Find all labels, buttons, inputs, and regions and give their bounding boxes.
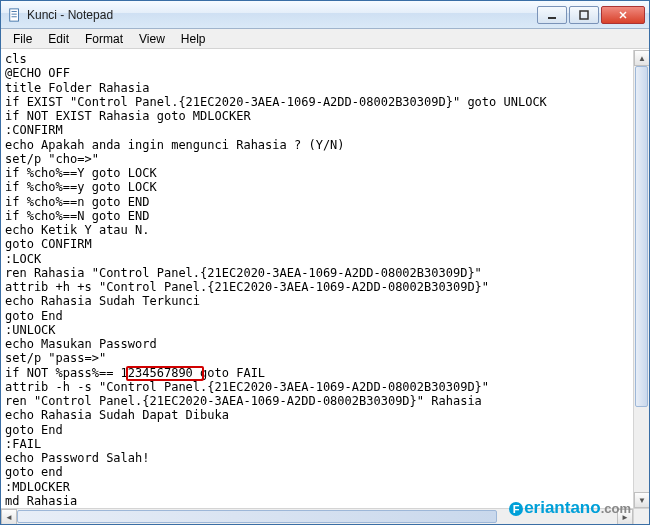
code-line: if NOT %pass%== 1234567890 goto FAIL (5, 366, 633, 380)
code-line: :LOCK (5, 252, 633, 266)
notepad-window: Kunci - Notepad File Edit Format View He… (0, 0, 650, 525)
window-title: Kunci - Notepad (27, 8, 535, 22)
minimize-button[interactable] (537, 6, 567, 24)
code-line: :FAIL (5, 437, 633, 451)
scroll-right-icon[interactable]: ► (617, 509, 633, 524)
menu-view[interactable]: View (131, 30, 173, 48)
scroll-track-v[interactable] (634, 66, 649, 492)
code-line: @ECHO OFF (5, 66, 633, 80)
code-line: echo Password Salah! (5, 451, 633, 465)
horizontal-scrollbar[interactable]: ◄ ► (1, 508, 633, 524)
titlebar[interactable]: Kunci - Notepad (1, 1, 649, 29)
scroll-thumb-h[interactable] (17, 510, 497, 523)
code-line: attrib +h +s "Control Panel.{21EC2020-3A… (5, 280, 633, 294)
code-line: ren "Control Panel.{21EC2020-3AEA-1069-A… (5, 394, 633, 408)
editor-area: cls@ECHO OFFtitle Folder Rahasiaif EXIST… (1, 49, 649, 524)
svg-rect-0 (10, 8, 19, 20)
maximize-button[interactable] (569, 6, 599, 24)
menu-edit[interactable]: Edit (40, 30, 77, 48)
code-line: ren Rahasia "Control Panel.{21EC2020-3AE… (5, 266, 633, 280)
text-editor[interactable]: cls@ECHO OFFtitle Folder Rahasiaif EXIST… (1, 50, 633, 508)
menu-help[interactable]: Help (173, 30, 214, 48)
code-line: attrib -h -s "Control Panel.{21EC2020-3A… (5, 380, 633, 394)
code-line: goto End (5, 309, 633, 323)
menubar: File Edit Format View Help (1, 29, 649, 49)
code-line: if %cho%==N goto END (5, 209, 633, 223)
scroll-down-icon[interactable]: ▼ (634, 492, 649, 508)
code-line: md Rahasia (5, 494, 633, 508)
code-line: :UNLOCK (5, 323, 633, 337)
scroll-thumb-v[interactable] (635, 66, 648, 407)
vertical-scrollbar[interactable]: ▲ ▼ (633, 50, 649, 508)
code-line: if %cho%==n goto END (5, 195, 633, 209)
code-line: set/p "pass=>" (5, 351, 633, 365)
code-line: :MDLOCKER (5, 480, 633, 494)
svg-rect-5 (580, 11, 588, 19)
code-line: if %cho%==Y goto LOCK (5, 166, 633, 180)
scroll-corner (633, 508, 649, 524)
code-line: cls (5, 52, 633, 66)
notepad-icon (7, 7, 23, 23)
code-line: echo Rahasia Sudah Terkunci (5, 294, 633, 308)
code-line: :CONFIRM (5, 123, 633, 137)
code-line: if EXIST "Control Panel.{21EC2020-3AEA-1… (5, 95, 633, 109)
code-line: echo Apakah anda ingin mengunci Rahasia … (5, 138, 633, 152)
code-line: echo Rahasia Sudah Dapat Dibuka (5, 408, 633, 422)
code-line: set/p "cho=>" (5, 152, 633, 166)
code-line: goto CONFIRM (5, 237, 633, 251)
code-line: echo Ketik Y atau N. (5, 223, 633, 237)
menu-format[interactable]: Format (77, 30, 131, 48)
scroll-track-h[interactable] (17, 509, 617, 524)
code-line: if %cho%==y goto LOCK (5, 180, 633, 194)
scroll-up-icon[interactable]: ▲ (634, 50, 649, 66)
code-line: title Folder Rahasia (5, 81, 633, 95)
code-line: if NOT EXIST Rahasia goto MDLOCKER (5, 109, 633, 123)
code-line: echo Masukan Password (5, 337, 633, 351)
code-line: goto End (5, 423, 633, 437)
close-button[interactable] (601, 6, 645, 24)
scroll-left-icon[interactable]: ◄ (1, 509, 17, 524)
code-line: goto end (5, 465, 633, 479)
menu-file[interactable]: File (5, 30, 40, 48)
window-controls (535, 6, 645, 24)
